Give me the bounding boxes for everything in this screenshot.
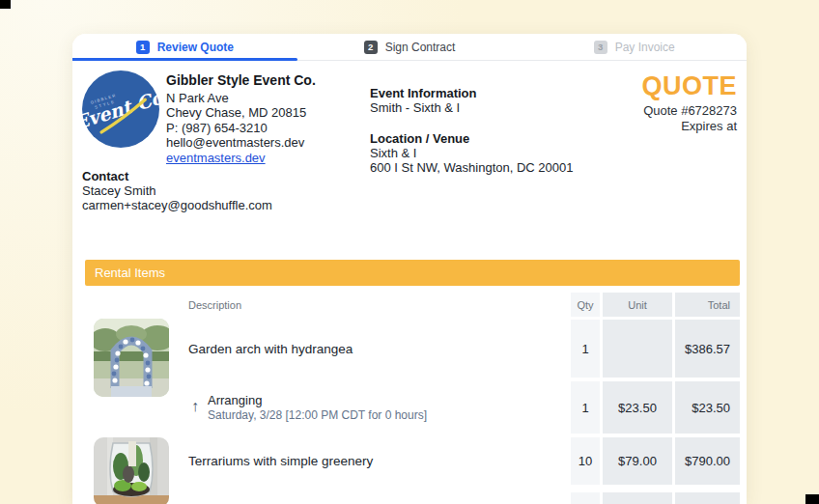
col-description: Description (188, 299, 241, 311)
service-description: Arranging (208, 393, 427, 408)
company-name: Gibbler Style Event Co. (166, 73, 316, 89)
screen-corner-artifact-bottom-right (805, 494, 819, 504)
screen-corner-artifact-top-left (0, 0, 11, 9)
step-3-badge: 3 (594, 41, 607, 54)
company-phone: P: (987) 654-3210 (166, 121, 316, 136)
col-unit: Unit (628, 299, 647, 311)
table-header-row: Description Qty Unit Total (85, 293, 740, 317)
tab-review-quote[interactable]: 1 Review Quote (72, 34, 297, 60)
contact-email: carmen+stacey@goodshuffle.com (82, 198, 272, 212)
event-info-block: Event Information Smith - Sixth & I Loca… (370, 86, 574, 175)
company-email: hello@eventmasters.dev (166, 135, 316, 151)
event-name: Smith - Sixth & I (370, 100, 574, 115)
tab-sign-contract[interactable]: 2 Sign Contract (297, 34, 522, 60)
company-logo: GIBBLER STYLE Event Co. (82, 70, 159, 148)
rental-items-title: Rental Items (95, 266, 165, 280)
service-schedule: Saturday, 3/28 [12:00 PM CDT for 0 hours… (208, 408, 427, 423)
quote-header-block: QUOTE Quote #6728273 Expires at (641, 72, 737, 134)
quote-title: QUOTE (641, 72, 737, 99)
item-qty: 1 (581, 342, 588, 356)
event-info-heading: Event Information (370, 86, 574, 100)
item-qty: 10 (579, 454, 592, 468)
company-address-line1: N Park Ave (166, 91, 316, 106)
rental-items-section-header: Rental Items (85, 260, 740, 286)
terrarium-photo (94, 437, 169, 504)
table-row: Terrariums with simple greenery 10 $79.0… (85, 437, 740, 485)
item-qty: 1 (581, 401, 588, 415)
checkout-steps-bar: 1 Review Quote 2 Sign Contract 3 Pay Inv… (72, 34, 747, 61)
table-row-partial (85, 492, 740, 504)
item-description: Garden arch with hydrangea (188, 342, 353, 356)
arrow-up-icon: ↑ (191, 399, 199, 414)
table-row: ↑ Arranging Saturday, 3/28 [12:00 PM CDT… (85, 381, 740, 434)
quote-expires: Expires at (641, 119, 737, 134)
item-total-price: $386.57 (685, 342, 730, 356)
quote-document-card: 1 Review Quote 2 Sign Contract 3 Pay Inv… (72, 34, 747, 504)
event-co-logo-icon: GIBBLER STYLE Event Co. (82, 70, 159, 148)
table-row: Garden arch with hydrangea 1 $386.57 (85, 320, 740, 378)
garden-arch-photo (94, 319, 169, 397)
active-tab-underline (72, 58, 297, 61)
quote-number: Quote #6728273 (641, 103, 737, 119)
col-total: Total (708, 299, 730, 311)
tab-review-quote-label: Review Quote (157, 41, 234, 54)
item-unit-price: $79.00 (618, 454, 657, 468)
contact-heading: Contact (82, 169, 272, 183)
step-1-badge: 1 (136, 41, 150, 54)
company-address-line2: Chevy Chase, MD 20815 (166, 105, 316, 121)
step-2-badge: 2 (364, 41, 378, 54)
tab-pay-invoice[interactable]: 3 Pay Invoice (522, 34, 747, 60)
company-info-block: Gibbler Style Event Co. N Park Ave Chevy… (166, 73, 316, 166)
col-qty: Qty (577, 299, 593, 311)
venue-address: 600 I St NW, Washington, DC 20001 (370, 160, 574, 175)
tab-sign-contract-label: Sign Contract (385, 41, 456, 54)
company-website-link[interactable]: eventmasters.dev (166, 151, 316, 166)
item-unit-price: $23.50 (618, 401, 657, 415)
item-description: Terrariums with simple greenery (188, 454, 373, 468)
venue-name: Sixth & I (370, 146, 574, 160)
contact-name: Stacey Smith (82, 183, 272, 198)
item-total-price: $23.50 (692, 401, 730, 415)
venue-heading: Location / Venue (370, 131, 574, 146)
item-total-price: $790.00 (685, 454, 730, 468)
rental-items-table: Description Qty Unit Total Garden arch w… (85, 293, 740, 504)
tab-pay-invoice-label: Pay Invoice (615, 41, 675, 54)
contact-block: Contact Stacey Smith carmen+stacey@goods… (82, 169, 272, 213)
